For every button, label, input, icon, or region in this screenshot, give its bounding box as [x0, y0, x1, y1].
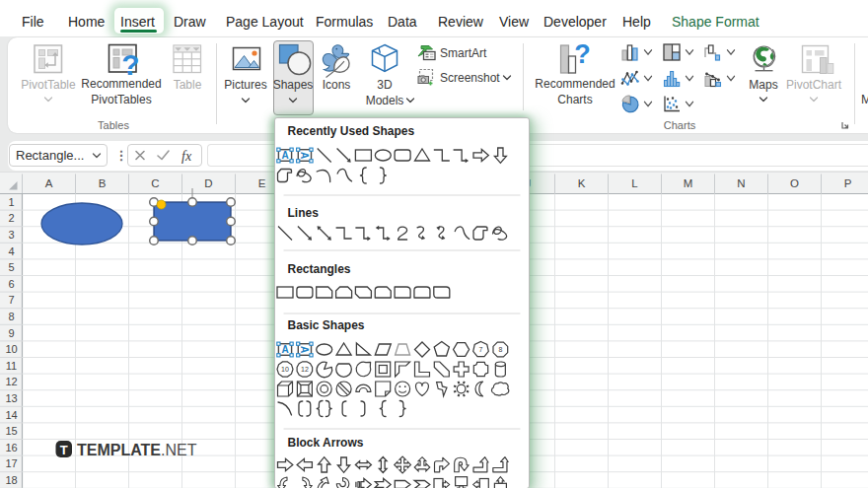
- svg-text:Basic Shapes: Basic Shapes: [287, 318, 364, 332]
- svg-text:18: 18: [5, 474, 17, 486]
- svg-text:7: 7: [478, 346, 482, 353]
- svg-text:Recently Used Shapes: Recently Used Shapes: [287, 123, 414, 137]
- svg-text:?: ?: [574, 39, 591, 69]
- svg-text:5: 5: [8, 261, 14, 273]
- svg-text:8: 8: [8, 311, 14, 322]
- svg-text:C: C: [151, 177, 159, 189]
- svg-text:Block Arrows: Block Arrows: [287, 435, 363, 449]
- svg-text:2: 2: [8, 212, 14, 224]
- svg-text:B: B: [99, 177, 107, 189]
- svg-text:3: 3: [8, 229, 14, 241]
- svg-text:12: 12: [5, 376, 17, 387]
- svg-text:12: 12: [301, 366, 309, 373]
- svg-text:11: 11: [6, 360, 17, 372]
- svg-text:A: A: [281, 344, 288, 355]
- svg-text:10: 10: [5, 343, 17, 355]
- svg-text:P: P: [844, 177, 852, 189]
- svg-text:TEMPLATE.NET: TEMPLATE.NET: [77, 442, 197, 458]
- svg-text:14: 14: [5, 409, 17, 421]
- svg-text:M: M: [684, 177, 693, 189]
- svg-text:8: 8: [498, 346, 502, 353]
- svg-text:10: 10: [281, 366, 289, 373]
- svg-text:A: A: [299, 345, 310, 352]
- svg-text:D: D: [204, 177, 212, 189]
- svg-text:4: 4: [8, 245, 14, 257]
- svg-text:E: E: [258, 177, 266, 189]
- svg-text:Lines: Lines: [287, 206, 319, 220]
- svg-text:13: 13: [5, 392, 17, 404]
- svg-text:9: 9: [8, 327, 14, 339]
- svg-text:fx: fx: [181, 149, 192, 164]
- svg-text:Rectangles: Rectangles: [287, 262, 350, 276]
- svg-text:17: 17: [5, 457, 17, 469]
- svg-text:6: 6: [8, 278, 14, 290]
- svg-text:K: K: [578, 177, 586, 189]
- svg-text:L: L: [631, 177, 638, 189]
- svg-text:A: A: [281, 150, 288, 161]
- svg-text:N: N: [737, 177, 745, 189]
- svg-text:A: A: [45, 177, 53, 189]
- svg-text:O: O: [790, 177, 799, 189]
- svg-text:7: 7: [8, 294, 14, 306]
- svg-text:1: 1: [8, 196, 14, 208]
- svg-text:16: 16: [5, 442, 17, 453]
- svg-text:A: A: [299, 151, 310, 158]
- svg-text:T: T: [60, 443, 68, 457]
- svg-text:15: 15: [5, 425, 17, 437]
